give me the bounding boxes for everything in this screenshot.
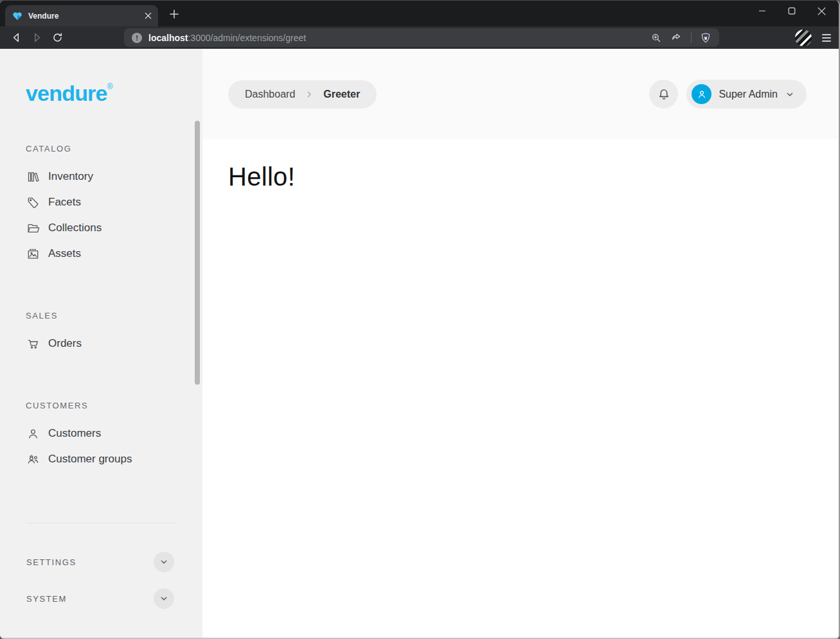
browser-menu-icon[interactable] [822,34,831,42]
page-content: Hello! [202,139,839,214]
tab-strip: Vendure [0,1,839,26]
toolbar-divider [691,32,692,43]
header-actions: Super Admin [649,80,807,109]
zoom-icon[interactable] [650,32,662,44]
address-bar-actions [650,31,711,44]
maximize-button[interactable] [777,1,807,21]
url-host: localhost [148,33,188,43]
sidebar-item-label: Inventory [48,170,93,183]
sidebar-item-label: Facets [48,196,81,209]
user-name: Super Admin [719,89,778,100]
library-icon [26,170,40,184]
section-label: SALES [26,311,177,320]
sidebar-item-label: Customers [48,427,101,440]
sidebar-item-orders[interactable]: Orders [26,331,177,356]
brave-shield-icon[interactable] [700,32,711,44]
address-bar[interactable]: ! localhost:3000/admin/extensions/greet [124,28,719,47]
browser-toolbar: ! localhost:3000/admin/extensions/greet [0,26,839,49]
chevron-down-icon [159,557,169,567]
image-icon [26,247,40,261]
tab-close-icon[interactable] [145,12,152,19]
bell-icon [657,87,671,101]
page: vendure® CATALOG Inventory Facets Collec… [0,49,839,638]
breadcrumb-dashboard-link[interactable]: Dashboard [245,89,295,100]
logo-registered-mark: ® [107,82,112,91]
sidebar-item-customer-groups[interactable]: Customer groups [26,446,177,472]
expand-section-button[interactable] [154,588,174,609]
chevron-down-icon [785,89,795,100]
tag-icon [26,195,40,209]
sidebar-section-system[interactable]: SYSTEM [26,584,174,613]
browser-profile-avatar[interactable] [795,30,812,46]
breadcrumb-current: Greeter [323,89,360,100]
sidebar-item-label: Orders [48,337,82,350]
sidebar-collapsed: SETTINGS SYSTEM [0,523,202,613]
close-window-button[interactable] [807,1,836,21]
sidebar-scrollbar[interactable] [195,121,200,385]
url-path: :3000/admin/extensions/greet [188,33,306,43]
share-icon[interactable] [670,31,683,44]
forward-button[interactable] [28,29,46,47]
users-icon [26,452,40,466]
nav-section-sales: SALES Orders [26,311,177,356]
user-menu-button[interactable]: Super Admin [686,80,807,109]
notifications-button[interactable] [649,80,678,109]
breadcrumb: Dashboard Greeter [228,80,377,109]
greeting-heading: Hello! [228,162,813,191]
url-text[interactable]: localhost:3000/admin/extensions/greet [148,33,644,43]
new-tab-button[interactable] [164,4,184,24]
sidebar: vendure® CATALOG Inventory Facets Collec… [0,49,202,638]
expand-section-button[interactable] [154,552,174,572]
sidebar-item-facets[interactable]: Facets [26,189,177,215]
back-button[interactable] [8,29,26,47]
section-label: CATALOG [26,144,177,153]
sidebar-item-collections[interactable]: Collections [26,215,177,241]
sidebar-item-label: Assets [48,247,81,260]
minimize-button[interactable] [747,1,777,21]
main-header: Dashboard Greeter [202,49,839,139]
sidebar-item-label: Collections [48,222,102,234]
section-label: CUSTOMERS [26,401,177,410]
nav-section-catalog: CATALOG Inventory Facets Collections Ass… [26,144,177,267]
user-icon [26,426,40,441]
sidebar-item-label: Customer groups [48,453,132,466]
vendure-logo[interactable]: vendure® [0,49,202,105]
browser-window: Vendure [0,0,840,639]
nav-section-customers: CUSTOMERS Customers Customer groups [26,401,177,472]
section-label: SETTINGS [26,557,76,567]
window-controls [747,1,836,21]
sidebar-item-customers[interactable]: Customers [26,421,177,446]
chevron-down-icon [159,593,169,604]
sidebar-item-inventory[interactable]: Inventory [26,164,177,189]
reload-button[interactable] [48,29,66,47]
site-info-icon[interactable]: ! [132,33,142,43]
cart-icon [26,337,40,351]
tab-title: Vendure [28,12,139,21]
folder-open-icon [26,221,40,235]
user-avatar [692,84,711,104]
chevron-right-icon [305,90,314,99]
sidebar-item-assets[interactable]: Assets [26,241,177,267]
browser-tab[interactable]: Vendure [5,5,158,26]
logo-text: vendure [26,81,107,105]
vendure-favicon-icon [12,11,22,21]
sidebar-section-settings[interactable]: SETTINGS [26,548,174,576]
section-label: SYSTEM [26,594,67,604]
sidebar-nav: CATALOG Inventory Facets Collections Ass… [0,105,202,472]
user-avatar-icon [696,89,708,100]
main-area: Dashboard Greeter [202,49,839,638]
